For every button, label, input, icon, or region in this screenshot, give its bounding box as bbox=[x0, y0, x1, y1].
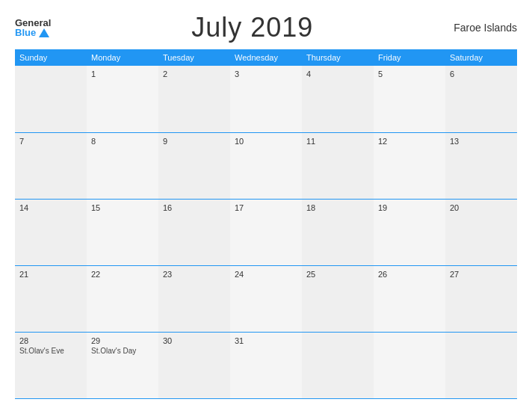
weekday-header-saturday: Saturday bbox=[445, 49, 517, 66]
day-number: 7 bbox=[19, 137, 82, 146]
calendar-day-cell: 20 bbox=[445, 199, 517, 265]
logo-blue-text: Blue bbox=[15, 28, 49, 37]
day-number: 14 bbox=[19, 203, 82, 212]
day-number: 22 bbox=[91, 270, 154, 279]
day-number: 27 bbox=[450, 270, 513, 279]
calendar-day-cell: 13 bbox=[445, 132, 517, 199]
weekday-header-sunday: Sunday bbox=[15, 49, 87, 66]
weekday-header-thursday: Thursday bbox=[302, 49, 374, 66]
day-number: 12 bbox=[378, 137, 441, 146]
calendar-day-cell: 31 bbox=[230, 332, 302, 398]
calendar-week-row: 14151617181920 bbox=[15, 199, 517, 265]
day-number: 18 bbox=[306, 203, 369, 212]
day-number: 29 bbox=[91, 336, 154, 345]
day-number: 26 bbox=[378, 270, 441, 279]
calendar-day-cell: 17 bbox=[230, 199, 302, 265]
calendar-day-cell: 12 bbox=[374, 132, 445, 199]
day-number: 19 bbox=[378, 203, 441, 212]
calendar-day-cell: 9 bbox=[158, 132, 230, 199]
calendar-day-cell: 2 bbox=[158, 66, 230, 132]
day-event: St.Olav's Day bbox=[91, 347, 154, 355]
weekday-header-tuesday: Tuesday bbox=[158, 49, 230, 66]
calendar-week-row: 78910111213 bbox=[15, 132, 517, 199]
calendar-day-cell: 29St.Olav's Day bbox=[87, 332, 158, 398]
day-number: 4 bbox=[306, 69, 369, 78]
day-number: 15 bbox=[91, 203, 154, 212]
day-number: 21 bbox=[19, 270, 82, 279]
day-number: 11 bbox=[306, 137, 369, 146]
calendar-day-cell bbox=[302, 332, 374, 398]
day-number: 31 bbox=[235, 336, 297, 345]
calendar-day-cell: 21 bbox=[15, 265, 87, 332]
calendar-day-cell: 6 bbox=[445, 66, 517, 132]
day-number: 2 bbox=[163, 69, 226, 78]
calendar-week-row: 21222324252627 bbox=[15, 265, 517, 332]
weekday-header-friday: Friday bbox=[374, 49, 445, 66]
day-number: 30 bbox=[163, 336, 226, 345]
day-number: 16 bbox=[163, 203, 226, 212]
calendar-day-cell: 5 bbox=[374, 66, 445, 132]
calendar-day-cell: 1 bbox=[87, 66, 158, 132]
calendar-day-cell: 10 bbox=[230, 132, 302, 199]
calendar-day-cell: 4 bbox=[302, 66, 374, 132]
day-number: 24 bbox=[235, 270, 297, 279]
calendar-day-cell: 7 bbox=[15, 132, 87, 199]
day-number: 6 bbox=[450, 69, 513, 78]
day-number: 10 bbox=[235, 137, 297, 146]
calendar-week-row: 123456 bbox=[15, 66, 517, 132]
calendar-day-cell: 25 bbox=[302, 265, 374, 332]
weekday-header-wednesday: Wednesday bbox=[230, 49, 302, 66]
calendar-day-cell: 26 bbox=[374, 265, 445, 332]
calendar-day-cell bbox=[374, 332, 445, 398]
calendar-day-cell: 27 bbox=[445, 265, 517, 332]
calendar-day-cell: 3 bbox=[230, 66, 302, 132]
weekday-header-row: SundayMondayTuesdayWednesdayThursdayFrid… bbox=[15, 49, 517, 66]
logo: General Blue bbox=[15, 18, 51, 37]
calendar-day-cell: 18 bbox=[302, 199, 374, 265]
calendar-day-cell: 14 bbox=[15, 199, 87, 265]
day-number: 1 bbox=[91, 69, 154, 78]
day-number: 8 bbox=[91, 137, 154, 146]
day-number: 23 bbox=[163, 270, 226, 279]
calendar-header: General Blue July 2019 Faroe Islands bbox=[15, 12, 517, 43]
day-number: 20 bbox=[450, 203, 513, 212]
calendar-day-cell: 30 bbox=[158, 332, 230, 398]
calendar-table: SundayMondayTuesdayWednesdayThursdayFrid… bbox=[15, 49, 517, 399]
calendar-day-cell: 24 bbox=[230, 265, 302, 332]
calendar-day-cell: 23 bbox=[158, 265, 230, 332]
calendar-day-cell: 11 bbox=[302, 132, 374, 199]
day-number: 28 bbox=[19, 336, 82, 345]
day-number: 17 bbox=[235, 203, 297, 212]
calendar-day-cell: 22 bbox=[87, 265, 158, 332]
day-number: 5 bbox=[378, 69, 441, 78]
day-number: 9 bbox=[163, 137, 226, 146]
calendar-day-cell: 15 bbox=[87, 199, 158, 265]
logo-triangle-icon bbox=[39, 28, 49, 37]
weekday-header-monday: Monday bbox=[87, 49, 158, 66]
month-title: July 2019 bbox=[191, 12, 313, 43]
calendar-day-cell: 28St.Olav's Eve bbox=[15, 332, 87, 398]
day-number: 25 bbox=[306, 270, 369, 279]
region-label: Faroe Islands bbox=[454, 22, 517, 34]
calendar-day-cell bbox=[15, 66, 87, 132]
calendar-day-cell: 16 bbox=[158, 199, 230, 265]
calendar-day-cell: 19 bbox=[374, 199, 445, 265]
calendar-week-row: 28St.Olav's Eve29St.Olav's Day3031 bbox=[15, 332, 517, 398]
calendar-day-cell bbox=[445, 332, 517, 398]
day-number: 3 bbox=[235, 69, 297, 78]
day-event: St.Olav's Eve bbox=[19, 347, 82, 355]
calendar-day-cell: 8 bbox=[87, 132, 158, 199]
day-number: 13 bbox=[450, 137, 513, 146]
